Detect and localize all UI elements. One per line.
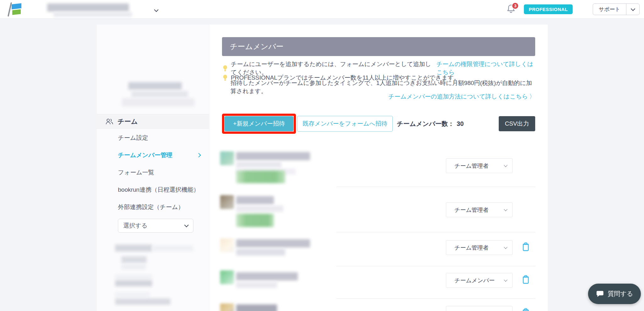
toolbar: +新規メンバー招待 既存メンバーをフォームへ招待 チームメンバー数： 30 CS… bbox=[222, 113, 535, 134]
redacted-member-name bbox=[236, 239, 310, 247]
chevron-down-icon bbox=[504, 245, 507, 249]
redacted-member-email bbox=[236, 206, 283, 212]
sidebar-item-label: bookrun連携（日程選択機能） bbox=[118, 186, 200, 194]
member-role-select[interactable] bbox=[446, 306, 513, 311]
redacted-menu-item bbox=[115, 280, 152, 286]
member-count-value: 30 bbox=[457, 120, 464, 127]
sidebar-item-label: チーム設定 bbox=[118, 134, 200, 142]
member-row: チーム管理者 bbox=[209, 232, 548, 266]
team-people-icon bbox=[105, 118, 114, 125]
redacted-menu-item bbox=[115, 274, 152, 280]
chevron-down-icon bbox=[504, 163, 507, 167]
lightbulb-icon bbox=[222, 74, 228, 81]
member-role-value: チーム管理者 bbox=[454, 244, 504, 252]
redacted-avatar bbox=[220, 270, 234, 284]
sidebar-item-label: フォーム一覧 bbox=[118, 168, 200, 177]
chevron-right-icon bbox=[197, 153, 201, 157]
redacted-profile-name bbox=[128, 82, 182, 90]
chat-support-label: 質問する bbox=[608, 290, 633, 298]
trash-icon bbox=[522, 242, 530, 252]
redacted-avatar bbox=[220, 151, 234, 165]
add-method-link[interactable]: チームメンバーの追加方法について詳しくはこちら 〉 bbox=[388, 93, 535, 101]
sidebar-item-外部連携設定（チーム）[interactable]: 外部連携設定（チーム） bbox=[97, 198, 209, 216]
chat-bubble-icon bbox=[596, 290, 604, 298]
redacted-brand-name bbox=[47, 3, 129, 12]
member-row bbox=[209, 299, 548, 311]
member-row: チーム管理者 bbox=[209, 187, 548, 232]
member-role-select[interactable]: チーム管理者 bbox=[446, 158, 513, 173]
lightbulb-icon bbox=[222, 65, 228, 72]
redacted-member-tag bbox=[236, 171, 285, 183]
invite-new-member-button[interactable]: +新規メンバー招待 bbox=[225, 116, 293, 131]
support-button-label: サポート bbox=[593, 4, 626, 15]
sidebar-item-チームメンバー管理[interactable]: チームメンバー管理 bbox=[97, 146, 209, 164]
tips: チームにユーザーを追加するためには、フォームにメンバーとして追加してください。 … bbox=[222, 64, 535, 92]
chevron-right-glyph: 〉 bbox=[529, 93, 535, 101]
member-row: チーム管理者 bbox=[209, 146, 548, 187]
trash-icon bbox=[522, 275, 530, 284]
member-role-select[interactable]: チーム管理者 bbox=[446, 240, 513, 255]
redacted-member-name bbox=[236, 152, 310, 160]
sidebar-section-team: チーム bbox=[97, 114, 209, 129]
redacted-avatar bbox=[220, 195, 234, 209]
sidebar-item-label: チームメンバー管理 bbox=[118, 151, 197, 159]
redacted-profile-line bbox=[131, 91, 188, 97]
page-title: チームメンバー bbox=[222, 37, 535, 56]
redacted-avatar bbox=[220, 303, 234, 311]
redacted-menu-item bbox=[115, 298, 170, 305]
delete-member-button[interactable] bbox=[521, 308, 530, 311]
sidebar-item-フォーム一覧[interactable]: フォーム一覧 bbox=[97, 164, 209, 181]
delete-member-button[interactable] bbox=[521, 275, 530, 285]
redacted-menu-item bbox=[115, 292, 150, 297]
add-method-link-label: チームメンバーの追加方法について詳しくはこちら bbox=[388, 93, 528, 101]
redacted-menu-item bbox=[121, 264, 146, 269]
logo-flag-blue bbox=[12, 3, 21, 9]
support-button[interactable]: サポート bbox=[593, 3, 640, 15]
integration-select-value: 選択する bbox=[123, 222, 185, 230]
sidebar-item-チーム設定[interactable]: チーム設定 bbox=[97, 129, 209, 146]
delete-member-button[interactable] bbox=[521, 242, 530, 252]
redacted-member-email bbox=[236, 249, 285, 256]
member-role-select[interactable]: チームメンバー bbox=[446, 273, 513, 288]
topbar: 3 PROFESSIONAL サポート bbox=[0, 0, 644, 19]
csv-export-button[interactable]: CSV出力 bbox=[499, 116, 535, 131]
plan-badge: PROFESSIONAL bbox=[524, 4, 572, 14]
member-count-label: チームメンバー数： bbox=[397, 120, 454, 128]
page-body: チーム チーム設定 チームメンバー管理 フォーム一覧 bookrun連携（日程選… bbox=[0, 19, 644, 311]
member-role-select[interactable]: チーム管理者 bbox=[446, 202, 513, 217]
redacted-menu-item bbox=[152, 246, 193, 251]
logo-pole bbox=[8, 2, 12, 17]
chevron-down-icon bbox=[504, 278, 507, 281]
redacted-member-email bbox=[236, 161, 281, 168]
member-role-value: チーム管理者 bbox=[454, 162, 504, 170]
redacted-member-name bbox=[236, 304, 277, 311]
trash-icon bbox=[522, 308, 530, 311]
sidebar-item-label: 外部連携設定（チーム） bbox=[118, 203, 200, 211]
redacted-member-email bbox=[236, 282, 277, 288]
tip-line: 招待したメンバーがチームに参加したタイミングで、1人追加につきお支払い時に月額9… bbox=[222, 82, 535, 92]
member-role-value: チーム管理者 bbox=[454, 206, 504, 214]
formrun-flag-logo-icon[interactable] bbox=[6, 2, 21, 17]
redacted-menu-item bbox=[121, 256, 147, 263]
member-count: チームメンバー数： 30 bbox=[397, 120, 464, 128]
notification-bell-button[interactable]: 3 bbox=[506, 3, 517, 15]
invite-existing-member-button[interactable]: 既存メンバーをフォームへ招待 bbox=[297, 116, 393, 132]
sidebar-item-bookrun連携（日程選択機能）[interactable]: bookrun連携（日程選択機能） bbox=[97, 181, 209, 198]
workspace-chevron-down-icon[interactable] bbox=[155, 7, 158, 13]
sidebar-nav: チーム設定 チームメンバー管理 フォーム一覧 bookrun連携（日程選択機能）… bbox=[97, 129, 209, 216]
redacted-brand-subtext bbox=[53, 12, 132, 17]
support-chevron-down-icon[interactable] bbox=[626, 4, 639, 15]
annotation-highlight-box: +新規メンバー招待 bbox=[222, 114, 296, 134]
redacted-menu-item bbox=[115, 245, 152, 252]
redacted-member-name bbox=[236, 272, 298, 280]
chat-support-button[interactable]: 質問する bbox=[588, 284, 641, 304]
notification-count-badge: 3 bbox=[512, 2, 519, 9]
main-content: チームメンバー チームにユーザーを追加するためには、フォームにメンバーとして追加… bbox=[209, 25, 548, 311]
sidebar-section-label: チーム bbox=[118, 117, 138, 126]
logo-flag-green bbox=[12, 9, 21, 15]
chevron-down-icon bbox=[184, 223, 189, 227]
member-row: チームメンバー bbox=[209, 266, 548, 299]
tip-line: チームにユーザーを追加するためには、フォームにメンバーとして追加してください。 … bbox=[222, 64, 535, 73]
integration-select[interactable]: 選択する bbox=[118, 219, 193, 233]
redacted-member-tag bbox=[236, 214, 274, 227]
